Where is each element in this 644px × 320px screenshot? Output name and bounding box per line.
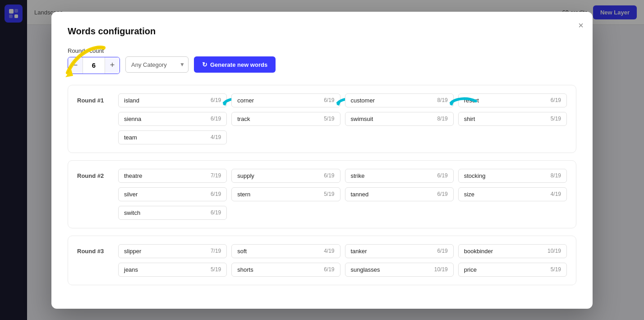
list-item: shirt 5/19 [458, 112, 567, 126]
generate-label: Generate new words [210, 61, 267, 68]
list-item: corner 6/19 [231, 93, 340, 107]
word-text: track [237, 116, 250, 122]
list-item: swimsuit 8/19 [345, 112, 454, 126]
word-count: 5/19 [551, 116, 561, 122]
category-select[interactable]: Any Category Animals Sports Food Travel [125, 56, 189, 73]
word-text: shorts [237, 266, 253, 273]
round-3-section: Round #3 slipper 7/19 soft 4/19 tanker 6… [68, 236, 576, 285]
list-item: strike 6/19 [345, 169, 454, 183]
rounds-control: Rounds count − + [68, 47, 120, 74]
word-text: sunglasses [351, 266, 380, 273]
list-item: soft 4/19 [231, 244, 340, 258]
word-count: 5/19 [324, 191, 334, 197]
word-text: theatre [124, 172, 142, 179]
word-text: resort [464, 97, 479, 104]
round-2-section: Round #2 theatre 7/19 supply 6/19 strike… [68, 160, 576, 228]
word-count: 6/19 [324, 266, 334, 273]
round-2-label: Round #2 [77, 169, 111, 179]
word-count: 4/19 [211, 134, 221, 140]
word-count: 7/19 [211, 172, 221, 179]
word-count: 5/19 [551, 266, 561, 273]
list-item: sunglasses 10/19 [345, 263, 454, 277]
word-count: 8/19 [437, 97, 447, 103]
list-item: jeans 5/19 [118, 263, 227, 277]
svg-marker-5 [223, 101, 227, 106]
word-text: slipper [124, 248, 141, 255]
rounds-stepper[interactable]: − + [68, 57, 120, 74]
word-count: 6/19 [324, 97, 334, 103]
word-text: bookbinder [464, 248, 493, 255]
word-count: 8/19 [551, 172, 561, 179]
rounds-label: Rounds count [68, 47, 120, 54]
word-count: 6/19 [437, 248, 447, 254]
word-text: team [124, 134, 137, 141]
word-text: silver [124, 191, 138, 198]
round-3-header: Round #3 slipper 7/19 soft 4/19 tanker 6… [77, 244, 567, 277]
modal-title: Words configuration [68, 26, 576, 37]
word-text: corner [237, 97, 254, 104]
svg-marker-6 [336, 101, 341, 106]
word-count: 4/19 [551, 191, 561, 197]
word-text: supply [237, 172, 254, 179]
list-item: switch 6/19 [118, 206, 227, 220]
word-count: 6/19 [437, 191, 447, 197]
word-count: 10/19 [547, 248, 561, 254]
round-1-section: Round #1 island 6/19 [68, 85, 576, 153]
word-count: 6/19 [437, 172, 447, 179]
round-1-label: Round #1 [77, 93, 111, 104]
word-text: tanker [351, 248, 367, 255]
list-item: sienna 6/19 [118, 112, 227, 126]
round-1-words-grid: island 6/19 corner 6/19 [118, 93, 567, 144]
word-text: stocking [464, 172, 486, 179]
word-text: jeans [124, 266, 138, 273]
list-item: stocking 8/19 [458, 169, 567, 183]
modal-overlay: Words configuration × Rounds count − + [0, 0, 644, 320]
list-item: silver 6/19 [118, 187, 227, 201]
rounds-input[interactable] [83, 57, 105, 74]
refresh-icon: ↻ [202, 61, 207, 68]
word-text: sienna [124, 116, 141, 122]
generate-button[interactable]: ↻ Generate new words [194, 56, 276, 73]
word-text: switch [124, 209, 140, 216]
list-item: slipper 7/19 [118, 244, 227, 258]
list-item: size 4/19 [458, 187, 567, 201]
word-count: 7/19 [211, 248, 221, 254]
word-text: stern [237, 191, 250, 198]
words-config-modal: Words configuration × Rounds count − + [51, 12, 593, 309]
list-item: track 5/19 [231, 112, 340, 126]
word-text: island [124, 97, 139, 104]
word-text: price [464, 266, 477, 273]
word-count: 5/19 [324, 116, 334, 122]
word-count: 6/19 [211, 191, 221, 197]
word-count: 6/19 [211, 97, 221, 103]
list-item: team 4/19 [118, 130, 227, 144]
list-item: bookbinder 10/19 [458, 244, 567, 258]
word-count: 6/19 [551, 97, 561, 103]
word-count: 8/19 [437, 116, 447, 122]
list-item: theatre 7/19 [118, 169, 227, 183]
word-text: swimsuit [351, 116, 373, 122]
svg-marker-7 [450, 101, 454, 106]
word-text: soft [237, 248, 247, 255]
list-item: shorts 6/19 [231, 263, 340, 277]
word-text: size [464, 191, 474, 198]
word-count: 4/19 [324, 248, 334, 254]
list-item: island 6/19 [118, 93, 227, 107]
round-2-header: Round #2 theatre 7/19 supply 6/19 strike… [77, 169, 567, 220]
list-item: stern 5/19 [231, 187, 340, 201]
category-wrapper: Any Category Animals Sports Food Travel … [125, 56, 189, 73]
list-item: price 5/19 [458, 263, 567, 277]
word-count: 6/19 [211, 209, 221, 216]
close-button[interactable]: × [578, 21, 584, 30]
list-item: tanned 6/19 [345, 187, 454, 201]
stepper-increment[interactable]: + [105, 57, 120, 74]
list-item: customer 8/19 [345, 93, 454, 107]
stepper-decrement[interactable]: − [68, 57, 83, 74]
word-text: customer [351, 97, 375, 104]
word-count: 10/19 [434, 266, 448, 273]
word-count: 6/19 [211, 116, 221, 122]
word-text: shirt [464, 116, 475, 122]
list-item: supply 6/19 [231, 169, 340, 183]
list-item: resort 6/19 [458, 93, 567, 107]
word-count: 5/19 [211, 266, 221, 273]
